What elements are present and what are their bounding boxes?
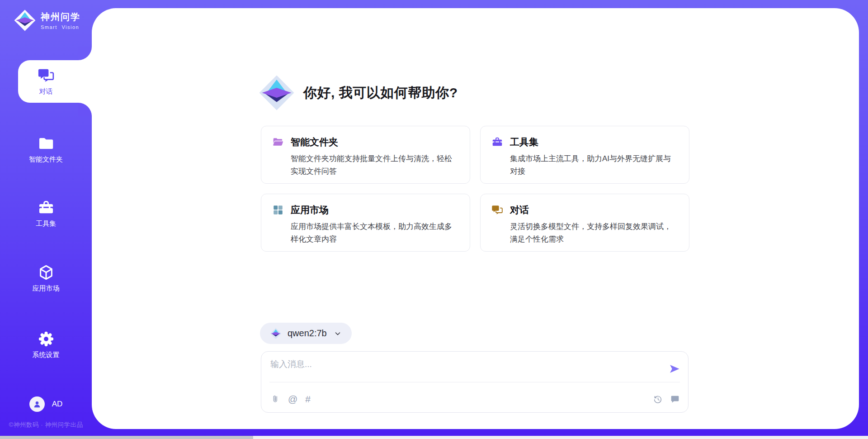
sidebar-item-smart-folder[interactable]: 智能文件夹 — [0, 128, 92, 171]
card-description: 应用市场提供丰富长文本模板，助力高效生成多样化文章内容 — [291, 220, 459, 246]
sidebar-item-label: 应用市场 — [33, 284, 60, 293]
card-title: 工具集 — [510, 136, 538, 148]
sidebar: 神州问学 Smart Vision 对话 智能文件夹 — [0, 0, 92, 439]
brand-diamond-icon — [258, 74, 295, 111]
folder-icon — [38, 135, 55, 152]
active-tab-notch-top — [78, 47, 92, 60]
user-account[interactable]: AD — [0, 396, 92, 412]
greeting-row: 你好, 我可以如何帮助你? — [258, 74, 458, 111]
scrollbar-thumb[interactable] — [0, 436, 253, 439]
composer: @ # — [261, 351, 689, 413]
card-app-market[interactable]: 应用市场 应用市场提供丰富长文本模板，助力高效生成多样化文章内容 — [261, 194, 470, 252]
model-name: qwen2:7b — [288, 328, 327, 339]
card-description: 集成市场上主流工具，助力AI与外界无缝扩展与对接 — [510, 153, 678, 178]
main-panel: 你好, 我可以如何帮助你? 智能文件夹 智能文件夹功能支持批量文件上传与清洗，轻… — [92, 8, 859, 429]
page-greeting: 你好, 我可以如何帮助你? — [303, 84, 458, 102]
sidebar-item-settings[interactable]: 系统设置 — [0, 324, 92, 366]
sidebar-item-chat[interactable]: 对话 — [0, 60, 92, 103]
brand-diamond-icon — [14, 9, 36, 32]
sidebar-item-app-market[interactable]: 应用市场 — [0, 257, 92, 300]
card-toolset[interactable]: 工具集 集成市场上主流工具，助力AI与外界无缝扩展与对接 — [480, 126, 689, 184]
user-name: AD — [52, 400, 63, 409]
sidebar-footer: ©神州数码 · 神州问学出品 — [0, 421, 92, 429]
card-description: 智能文件夹功能支持批量文件上传与清洗，轻松实现文件问答 — [291, 153, 459, 178]
model-selector[interactable]: qwen2:7b — [260, 323, 352, 344]
brand-subtitle: Smart Vision — [41, 24, 80, 30]
sidebar-item-label: 工具集 — [36, 220, 56, 228]
hash-icon[interactable]: # — [305, 394, 311, 404]
message-input[interactable] — [261, 352, 659, 380]
app-background: { "brand": { "name": "神州问学", "subtitle":… — [0, 0, 868, 439]
toolbox-icon — [491, 136, 503, 148]
grid-icon — [272, 204, 284, 216]
card-title: 对话 — [510, 204, 529, 216]
cube-icon — [38, 264, 55, 281]
sidebar-item-toolset[interactable]: 工具集 — [0, 192, 92, 235]
chat-filled-icon[interactable] — [670, 394, 680, 404]
paperclip-icon[interactable] — [270, 394, 280, 404]
chat-icon — [38, 67, 55, 84]
history-icon[interactable] — [653, 394, 663, 404]
card-smart-folder[interactable]: 智能文件夹 智能文件夹功能支持批量文件上传与清洗，轻松实现文件问答 — [261, 126, 470, 184]
model-logo-icon — [270, 328, 282, 339]
at-icon[interactable]: @ — [288, 394, 297, 404]
chat-icon — [491, 204, 503, 216]
sidebar-item-label: 系统设置 — [33, 351, 60, 359]
active-tab-notch-bottom — [78, 103, 92, 116]
brand-name: 神州问学 — [41, 11, 80, 23]
person-icon — [33, 400, 42, 409]
avatar — [29, 396, 45, 412]
composer-divider — [269, 382, 680, 382]
feature-cards: 智能文件夹 智能文件夹功能支持批量文件上传与清洗，轻松实现文件问答 — [261, 126, 689, 252]
horizontal-scrollbar[interactable] — [0, 436, 868, 439]
card-title: 智能文件夹 — [291, 136, 338, 148]
card-chat[interactable]: 对话 灵活切换多模型文件，支持多样回复效果调试，满足个性化需求 — [480, 194, 689, 252]
card-title: 应用市场 — [291, 204, 329, 216]
gear-icon — [38, 330, 55, 348]
send-button[interactable] — [668, 363, 681, 375]
sidebar-item-label: 智能文件夹 — [29, 155, 63, 164]
folder-open-icon — [272, 136, 284, 148]
chevron-down-icon — [334, 329, 342, 338]
brand: 神州问学 Smart Vision — [14, 9, 80, 32]
toolbox-icon — [38, 199, 55, 216]
card-description: 灵活切换多模型文件，支持多样回复效果调试，满足个性化需求 — [510, 220, 678, 246]
sidebar-item-label: 对话 — [39, 87, 53, 96]
